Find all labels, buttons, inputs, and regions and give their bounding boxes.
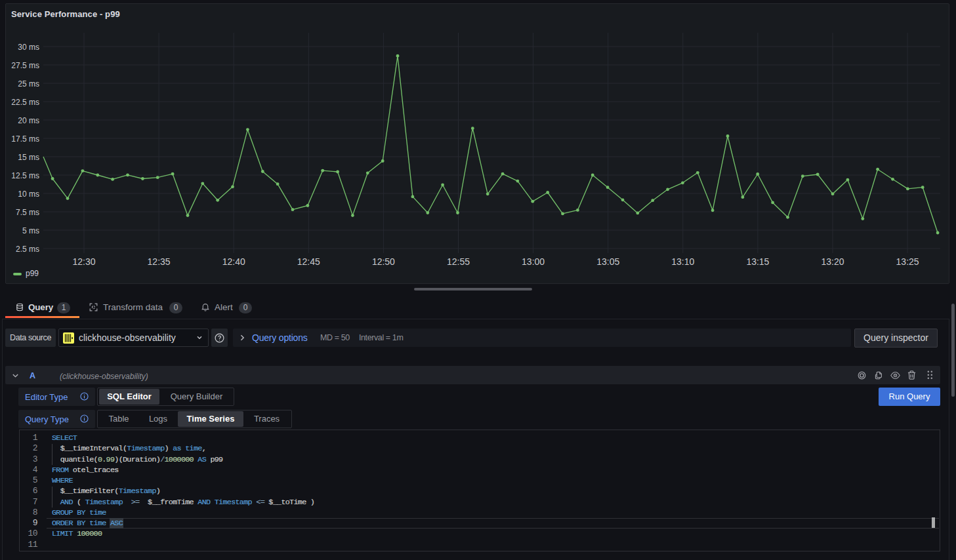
- svg-text:12:30: 12:30: [72, 256, 95, 267]
- svg-text:27.5 ms: 27.5 ms: [11, 61, 39, 70]
- svg-text:13:20: 13:20: [821, 256, 844, 267]
- svg-text:20 ms: 20 ms: [18, 116, 39, 125]
- svg-text:17.5 ms: 17.5 ms: [11, 134, 39, 144]
- svg-text:13:25: 13:25: [896, 256, 919, 267]
- svg-text:25 ms: 25 ms: [18, 79, 39, 89]
- svg-text:12:40: 12:40: [222, 256, 245, 267]
- svg-text:12:35: 12:35: [148, 256, 171, 267]
- svg-text:12:50: 12:50: [372, 256, 395, 267]
- svg-text:2.5 ms: 2.5 ms: [16, 245, 39, 254]
- svg-text:15 ms: 15 ms: [18, 153, 39, 162]
- svg-text:10 ms: 10 ms: [18, 190, 39, 199]
- svg-text:13:10: 13:10: [671, 256, 694, 267]
- svg-text:13:00: 13:00: [522, 256, 545, 267]
- svg-text:13:05: 13:05: [596, 256, 619, 267]
- svg-text:30 ms: 30 ms: [18, 43, 39, 52]
- svg-text:13:15: 13:15: [746, 256, 769, 267]
- svg-text:12.5 ms: 12.5 ms: [11, 171, 39, 180]
- svg-text:12:55: 12:55: [447, 256, 470, 267]
- svg-text:7.5 ms: 7.5 ms: [16, 208, 39, 217]
- svg-text:22.5 ms: 22.5 ms: [11, 98, 39, 107]
- svg-text:5 ms: 5 ms: [22, 226, 39, 235]
- svg-text:12:45: 12:45: [297, 256, 320, 267]
